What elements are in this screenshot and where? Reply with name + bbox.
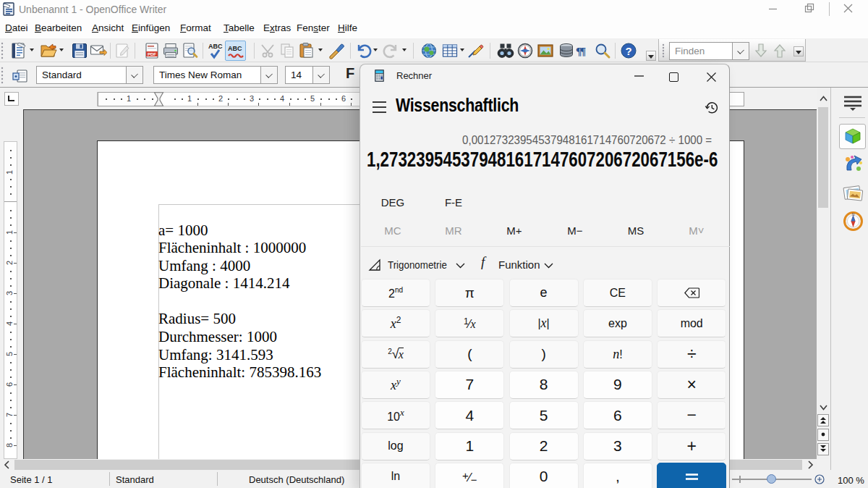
svg-text:PDF: PDF bbox=[148, 52, 156, 56]
svg-text:ABC: ABC bbox=[208, 43, 223, 50]
svg-text:ABC: ABC bbox=[228, 45, 242, 52]
svg-text:¶¶: ¶¶ bbox=[576, 45, 586, 57]
svg-text:?: ? bbox=[625, 45, 631, 57]
svg-text:N: N bbox=[852, 212, 855, 216]
